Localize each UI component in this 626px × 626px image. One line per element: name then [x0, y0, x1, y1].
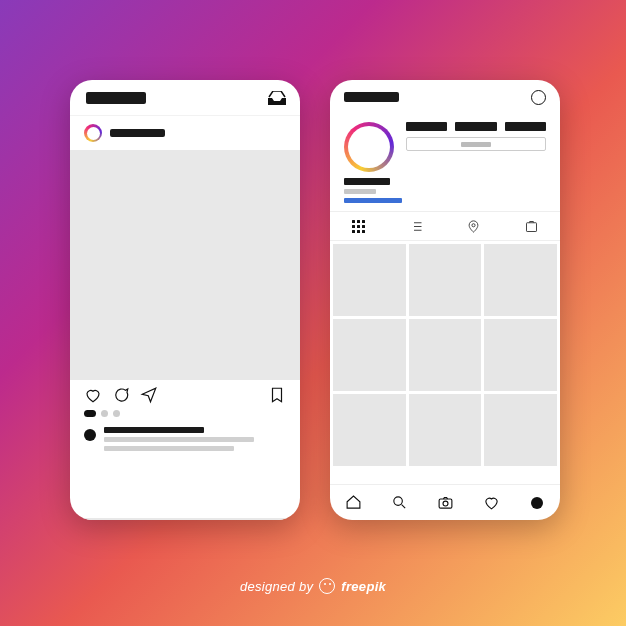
- post-username[interactable]: [110, 129, 165, 137]
- bio-name: [344, 178, 390, 185]
- credit-prefix: designed by: [240, 579, 313, 594]
- svg-rect-3: [439, 499, 452, 508]
- feed-header: [70, 80, 300, 116]
- nav-profile[interactable]: [514, 485, 560, 520]
- grid-cell[interactable]: [484, 394, 557, 466]
- divider: [70, 518, 300, 520]
- grid-cell[interactable]: [409, 244, 482, 316]
- tab-places[interactable]: [445, 212, 503, 240]
- grid-cell[interactable]: [484, 244, 557, 316]
- comment-icon[interactable]: [112, 386, 130, 404]
- freepik-logo-icon: [319, 578, 335, 594]
- grid-cell[interactable]: [409, 319, 482, 391]
- home-icon: [345, 494, 362, 511]
- caption-text-line: [104, 437, 254, 442]
- nav-home[interactable]: [330, 485, 376, 520]
- carousel-pager: [70, 410, 300, 423]
- feed-screen: [70, 80, 300, 520]
- story-avatar-icon[interactable]: [84, 124, 102, 142]
- share-icon[interactable]: [140, 386, 158, 404]
- settings-icon[interactable]: [531, 90, 546, 105]
- svg-point-4: [443, 501, 448, 506]
- list-icon: [409, 219, 424, 234]
- stat-following[interactable]: [505, 122, 546, 131]
- profile-header: [330, 80, 560, 114]
- app-logo[interactable]: [86, 92, 146, 104]
- svg-rect-1: [526, 222, 536, 231]
- post-header[interactable]: [70, 116, 300, 150]
- tab-tagged[interactable]: [503, 212, 561, 240]
- edit-profile-button[interactable]: [406, 137, 546, 151]
- nav-camera[interactable]: [422, 485, 468, 520]
- like-icon[interactable]: [84, 386, 102, 404]
- grid-cell[interactable]: [333, 244, 406, 316]
- pin-icon: [466, 219, 481, 234]
- profile-tabs: [330, 211, 560, 241]
- stat-followers[interactable]: [455, 122, 496, 131]
- caption-username: [104, 427, 204, 433]
- tab-list[interactable]: [388, 212, 446, 240]
- pager-dot[interactable]: [84, 410, 96, 417]
- tagged-icon: [524, 219, 539, 234]
- svg-point-0: [472, 223, 475, 226]
- grid-icon: [352, 220, 365, 233]
- profile-avatar-icon[interactable]: [344, 122, 394, 172]
- bio-link[interactable]: [344, 198, 402, 203]
- grid-cell[interactable]: [333, 394, 406, 466]
- grid-cell[interactable]: [484, 319, 557, 391]
- grid-cell[interactable]: [409, 394, 482, 466]
- post-actions: [70, 380, 300, 410]
- profile-bio: [330, 176, 560, 211]
- camera-icon: [437, 494, 454, 511]
- profile-top: [330, 114, 560, 176]
- photo-grid: [330, 241, 560, 484]
- edit-profile-label: [461, 142, 491, 147]
- profile-screen: [330, 80, 560, 520]
- tab-grid[interactable]: [330, 212, 388, 240]
- bottom-nav: [330, 484, 560, 520]
- pager-dot[interactable]: [101, 410, 108, 417]
- post-caption: [70, 423, 300, 451]
- caption-avatar-icon: [84, 429, 96, 441]
- caption-text-line: [104, 446, 234, 451]
- nav-activity[interactable]: [468, 485, 514, 520]
- post-image[interactable]: [70, 150, 300, 380]
- heart-icon: [483, 494, 500, 511]
- search-icon: [391, 494, 408, 511]
- grid-cell[interactable]: [333, 319, 406, 391]
- stat-posts[interactable]: [406, 122, 447, 131]
- nav-search[interactable]: [376, 485, 422, 520]
- svg-point-2: [393, 497, 402, 506]
- pager-dot[interactable]: [113, 410, 120, 417]
- attribution: designed by freepik: [0, 578, 626, 594]
- inbox-icon[interactable]: [268, 91, 286, 105]
- bookmark-icon[interactable]: [268, 386, 286, 404]
- profile-title: [344, 92, 399, 102]
- bio-text: [344, 189, 376, 194]
- credit-brand: freepik: [341, 579, 386, 594]
